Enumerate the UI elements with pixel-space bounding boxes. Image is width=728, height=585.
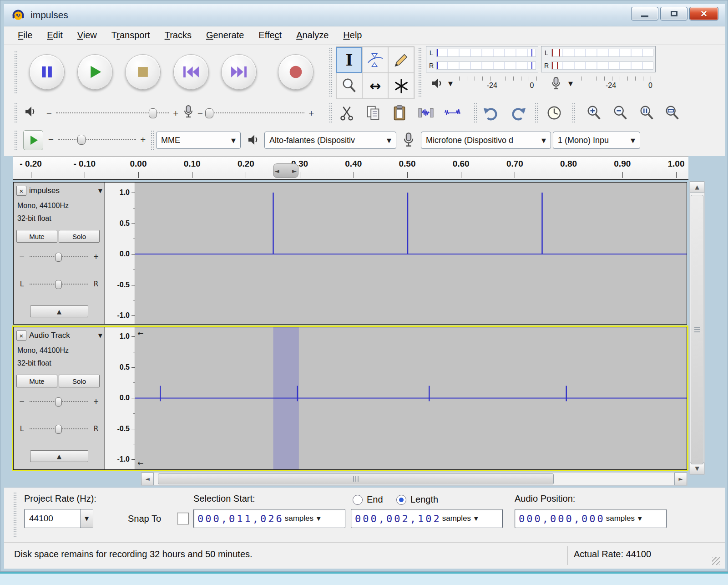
- menu-generate[interactable]: Generate: [206, 30, 244, 41]
- slider-thumb[interactable]: [205, 108, 213, 118]
- maximize-button[interactable]: [660, 7, 688, 20]
- timeline-ruler[interactable]: - 0.20- 0.100.000.100.200.300.400.500.60…: [13, 156, 688, 180]
- multi-tool-button[interactable]: [388, 73, 414, 99]
- zoom-out-button[interactable]: [610, 102, 631, 123]
- redo-button[interactable]: [507, 102, 528, 123]
- horizontal-scrollbar[interactable]: ◄ ►: [141, 472, 688, 486]
- recording-meter-dropdown-icon[interactable]: ▼: [568, 80, 573, 87]
- slider-thumb[interactable]: [77, 135, 86, 145]
- slider-thumb[interactable]: [149, 108, 157, 118]
- vertical-scrollbar[interactable]: ▲ ▼: [689, 181, 705, 475]
- fit-project-button[interactable]: [662, 102, 683, 123]
- toolbar-grip[interactable]: [329, 103, 333, 123]
- waveform-area[interactable]: ← ←: [135, 327, 687, 469]
- snap-to-checkbox[interactable]: [177, 513, 189, 524]
- mute-button[interactable]: Mute: [16, 230, 57, 243]
- pan-slider[interactable]: L R: [18, 276, 100, 292]
- toolbar-grip[interactable]: [14, 103, 18, 123]
- window-resize-grip[interactable]: [712, 557, 720, 565]
- skip-end-button[interactable]: [221, 54, 257, 90]
- record-button[interactable]: [278, 54, 313, 90]
- menu-analyze[interactable]: Analyze: [296, 30, 329, 41]
- vertical-scroll-thumb[interactable]: [691, 195, 703, 464]
- chevron-down-icon[interactable]: ▼: [638, 516, 642, 522]
- cut-button[interactable]: [336, 102, 357, 123]
- minimize-button[interactable]: [631, 7, 658, 20]
- playback-meter-speaker-icon[interactable]: [431, 76, 445, 90]
- scroll-up-button[interactable]: ▲: [690, 181, 704, 193]
- play-button[interactable]: [77, 54, 113, 90]
- chevron-down-icon[interactable]: ▼: [474, 516, 478, 522]
- play-speed-slider[interactable]: − +: [48, 132, 146, 146]
- stop-button[interactable]: [125, 54, 161, 90]
- menu-help[interactable]: Help: [343, 30, 362, 41]
- playback-meter[interactable]: L R: [426, 46, 538, 72]
- recording-meter-mic-icon[interactable]: [549, 76, 563, 90]
- timeshift-tool-button[interactable]: ↔: [362, 73, 388, 99]
- toolbar-grip[interactable]: [329, 48, 333, 98]
- paste-button[interactable]: [389, 102, 410, 123]
- collapse-button[interactable]: ▲: [30, 305, 88, 317]
- waveform-area[interactable]: [135, 183, 687, 324]
- playback-meter-dropdown-icon[interactable]: ▼: [448, 80, 453, 87]
- menu-transport[interactable]: Transport: [111, 30, 150, 41]
- chevron-down-icon[interactable]: ▼: [317, 516, 320, 522]
- slider-thumb[interactable]: [55, 280, 62, 289]
- fit-selection-button[interactable]: [637, 102, 657, 123]
- chevron-down-icon[interactable]: ▼: [80, 509, 93, 528]
- input-volume-slider[interactable]: − +: [197, 106, 314, 120]
- selection-start-field[interactable]: 000,011,026 samples ▼: [193, 509, 345, 528]
- trim-audio-button[interactable]: [415, 102, 436, 123]
- recording-meter[interactable]: L R: [541, 46, 656, 72]
- gain-slider[interactable]: − +: [18, 249, 100, 265]
- input-device-combo[interactable]: Microfone (Dispositivo d ▼: [421, 132, 551, 149]
- scroll-left-button[interactable]: ◄: [141, 473, 154, 485]
- solo-button[interactable]: Solo: [59, 230, 100, 243]
- skip-start-button[interactable]: [173, 54, 209, 90]
- solo-button[interactable]: Solo: [59, 375, 100, 387]
- gain-slider[interactable]: − +: [18, 394, 100, 409]
- handle-right-arrow-icon[interactable]: ►: [292, 168, 297, 174]
- timeline-selection-handle[interactable]: ◄ ►: [273, 163, 298, 178]
- output-volume-slider[interactable]: − +: [46, 106, 179, 120]
- vertical-scale-ruler[interactable]: 1.00.50.0-0.5-1.0: [105, 327, 135, 469]
- toolbar-grip[interactable]: [13, 493, 17, 538]
- selection-tool-button[interactable]: I: [336, 47, 362, 73]
- copy-button[interactable]: [363, 102, 384, 123]
- menu-file[interactable]: File: [18, 30, 32, 41]
- track-name-menu[interactable]: Audio Track ▼: [29, 331, 102, 340]
- sync-lock-button[interactable]: [544, 102, 565, 123]
- pause-button[interactable]: [29, 54, 65, 90]
- menu-effect[interactable]: Effect: [258, 30, 282, 41]
- audio-host-combo[interactable]: MME ▼: [156, 132, 241, 149]
- slider-thumb[interactable]: [55, 397, 62, 407]
- input-channels-combo[interactable]: 1 (Mono) Inpu ▼: [553, 132, 640, 149]
- horizontal-scroll-thumb[interactable]: [158, 473, 554, 484]
- silence-audio-button[interactable]: [442, 102, 463, 123]
- selection-length-field[interactable]: 000,002,102 samples ▼: [351, 509, 503, 528]
- handle-left-arrow-icon[interactable]: ◄: [275, 168, 279, 174]
- slider-thumb[interactable]: [55, 425, 62, 434]
- envelope-tool-button[interactable]: [362, 47, 388, 73]
- toolbar-grip[interactable]: [151, 131, 154, 151]
- track-close-button[interactable]: ×: [16, 331, 26, 341]
- toolbar-grip[interactable]: [418, 48, 422, 98]
- vertical-scale-ruler[interactable]: 1.00.50.0-0.5-1.0: [105, 183, 135, 324]
- collapse-button[interactable]: ▲: [30, 450, 88, 462]
- mute-button[interactable]: Mute: [16, 375, 57, 387]
- toolbar-grip[interactable]: [572, 103, 576, 123]
- draw-tool-button[interactable]: [388, 47, 414, 73]
- scroll-right-button[interactable]: ►: [674, 473, 687, 485]
- play-at-speed-button[interactable]: [23, 130, 43, 150]
- project-rate-combo[interactable]: 44100 ▼: [24, 509, 93, 528]
- end-radio[interactable]: End: [353, 494, 383, 505]
- close-button[interactable]: ×: [689, 7, 718, 20]
- menu-edit[interactable]: Edit: [47, 30, 62, 41]
- title-bar[interactable]: impulses ×: [4, 4, 725, 26]
- slider-thumb[interactable]: [55, 253, 62, 262]
- audio-position-field[interactable]: 000,000,000 samples ▼: [515, 509, 667, 528]
- toolbar-grip[interactable]: [535, 103, 538, 123]
- toolbar-grip[interactable]: [474, 103, 477, 123]
- track-close-button[interactable]: ×: [16, 186, 26, 196]
- menu-view[interactable]: View: [77, 30, 97, 41]
